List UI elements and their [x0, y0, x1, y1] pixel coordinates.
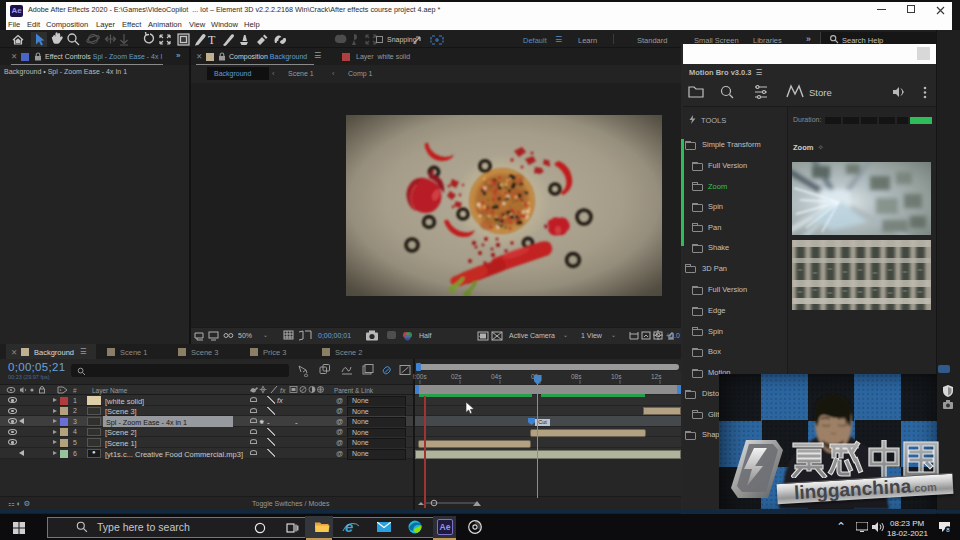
svg-text:fx: fx: [280, 387, 286, 394]
svg-text:T: T: [208, 33, 216, 47]
svg-text:Store: Store: [809, 87, 832, 98]
